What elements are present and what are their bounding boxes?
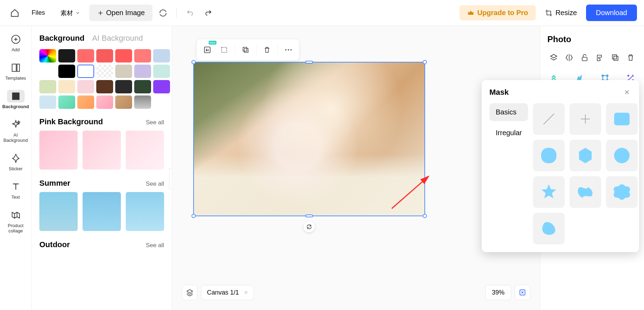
duplicate-button[interactable] [238, 42, 253, 58]
mask-rounded-square[interactable] [606, 103, 638, 135]
collage-icon [11, 210, 21, 220]
color-swatch[interactable] [58, 95, 75, 109]
home-button[interactable] [7, 5, 22, 21]
color-swatch[interactable] [115, 65, 132, 78]
color-swatch[interactable] [153, 80, 170, 93]
mask-flower[interactable] [606, 176, 638, 208]
chevrons-right-icon [242, 290, 248, 295]
background-thumbnail[interactable] [83, 192, 121, 231]
see-all-link[interactable]: See all [146, 180, 164, 187]
color-swatch[interactable] [58, 49, 75, 62]
mask-tab-basics[interactable]: Basics [489, 103, 528, 121]
rail-background[interactable]: Background [1, 86, 30, 113]
undo-button[interactable] [182, 5, 198, 21]
color-swatch[interactable] [153, 65, 170, 78]
color-swatch[interactable] [153, 49, 170, 62]
tab-background[interactable]: Background [39, 34, 84, 43]
zoom-display[interactable]: 39% [485, 285, 511, 300]
resize-handle[interactable] [305, 215, 313, 217]
sparkle-icon [11, 120, 21, 130]
color-swatch[interactable] [77, 80, 94, 93]
paint-icon-button[interactable] [593, 51, 606, 64]
color-swatch[interactable] [115, 95, 132, 109]
color-swatch[interactable] [134, 49, 151, 62]
resize-handle[interactable] [305, 61, 313, 64]
mask-popover: Mask ✕ Basics Irregular [482, 80, 639, 252]
open-image-button[interactable]: Open Image [89, 5, 152, 21]
trash-icon-button[interactable] [624, 51, 637, 64]
rail-sticker[interactable]: Sticker [1, 149, 30, 175]
sync-button[interactable] [155, 5, 171, 21]
color-swatch[interactable] [39, 65, 56, 78]
color-swatch[interactable] [115, 80, 132, 93]
rail-text[interactable]: Text [1, 177, 30, 203]
color-swatch[interactable] [77, 65, 94, 78]
resize-handle[interactable] [423, 214, 427, 218]
tab-ai-background[interactable]: AI Background [92, 34, 143, 43]
background-thumbnail[interactable] [39, 192, 78, 231]
mask-line[interactable] [533, 103, 565, 135]
mask-hexagon[interactable] [570, 140, 601, 171]
resize-handle[interactable] [423, 60, 427, 64]
rotate-handle[interactable] [304, 221, 315, 232]
see-all-link[interactable]: See all [146, 242, 164, 249]
crop-icon [545, 9, 553, 17]
background-thumbnail[interactable] [39, 131, 78, 170]
canvas-image[interactable] [193, 62, 425, 216]
resize-handle[interactable] [191, 60, 196, 64]
color-swatch[interactable] [39, 80, 56, 93]
select-button[interactable] [216, 42, 232, 58]
rail-templates[interactable]: Templates [1, 58, 30, 84]
rail-ai-background[interactable]: AI Background [1, 115, 30, 146]
files-menu[interactable]: Files [25, 6, 51, 20]
resize-button[interactable]: Resize [539, 5, 583, 20]
mask-circle[interactable] [606, 140, 638, 171]
mask-plus[interactable] [570, 103, 601, 135]
color-swatch[interactable] [96, 95, 113, 109]
materials-menu[interactable]: 素材 [54, 5, 86, 21]
download-button[interactable]: Download [586, 5, 637, 21]
upgrade-button[interactable]: Upgrade to Pro [460, 5, 535, 20]
color-swatch[interactable] [115, 49, 132, 62]
see-all-link[interactable]: See all [146, 119, 164, 126]
copy-icon-button[interactable] [609, 51, 622, 64]
background-thumbnail[interactable] [126, 131, 164, 170]
flip-icon-button[interactable] [563, 51, 575, 64]
canvas-selector[interactable]: Canvas 1/1 [201, 285, 254, 300]
color-swatch[interactable] [39, 49, 56, 62]
rail-product-collage[interactable]: Product collage [1, 205, 30, 237]
redo-button[interactable] [201, 5, 216, 21]
color-swatch[interactable] [96, 49, 113, 62]
color-swatch[interactable] [134, 95, 151, 109]
collapse-panel-button[interactable] [169, 168, 172, 189]
color-swatch[interactable] [77, 49, 94, 62]
color-swatch[interactable] [134, 65, 151, 78]
mask-star[interactable] [533, 176, 565, 208]
mask-close-button[interactable]: ✕ [622, 88, 631, 97]
delete-button[interactable] [259, 42, 275, 58]
mask-wave[interactable] [570, 176, 601, 208]
svg-rect-6 [243, 47, 247, 51]
background-thumbnail[interactable] [126, 192, 164, 231]
lock-icon-button[interactable] [578, 51, 591, 64]
background-thumbnail[interactable] [83, 131, 121, 170]
mask-tab-irregular[interactable]: Irregular [489, 124, 528, 142]
rail-add[interactable]: Add [1, 29, 30, 56]
layers-button[interactable] [182, 285, 197, 300]
fit-button[interactable] [515, 285, 530, 300]
color-swatch[interactable] [58, 65, 75, 78]
color-swatch[interactable] [96, 80, 113, 93]
color-swatch[interactable] [58, 80, 75, 93]
mask-squircle[interactable] [533, 140, 565, 171]
color-swatch[interactable] [39, 95, 56, 109]
more-button[interactable] [281, 42, 296, 58]
ai-button[interactable]: New [200, 42, 215, 58]
color-swatch[interactable] [134, 80, 151, 93]
color-swatch[interactable] [96, 65, 113, 78]
canvas-bottom-bar: Canvas 1/1 39% [182, 285, 530, 300]
mask-blob[interactable] [533, 213, 565, 244]
resize-handle[interactable] [191, 214, 196, 218]
layers-icon-button[interactable] [547, 51, 560, 64]
svg-rect-13 [614, 56, 618, 60]
color-swatch[interactable] [77, 95, 94, 109]
